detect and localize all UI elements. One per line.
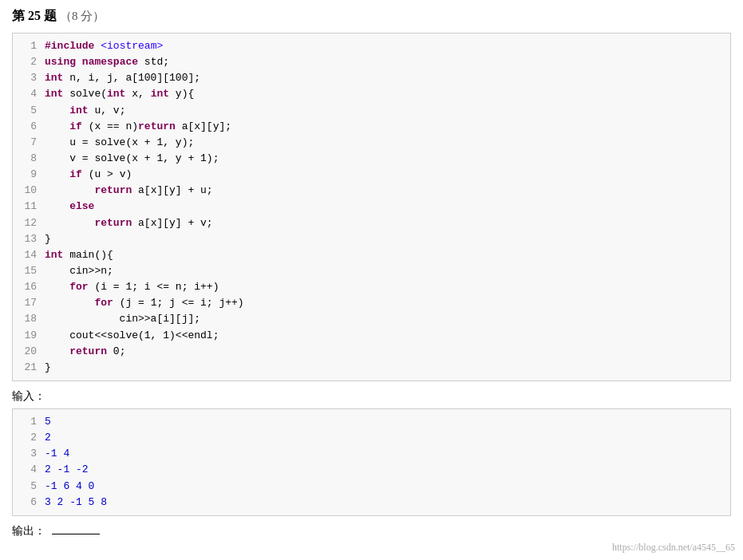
line-content: for (j = 1; j <= i; j++) [45,295,244,311]
input-line: 63 2 -1 5 8 [13,495,730,511]
code-line: 2using namespace std; [13,54,730,70]
output-blank [52,534,100,534]
code-line: 11 else [13,199,730,215]
line-number: 4 [19,86,37,102]
input-line-number: 6 [19,495,37,511]
watermark: https://blog.csdn.net/a4545__65 [612,542,735,554]
line-content: v = solve(x + 1, y + 1); [45,151,219,167]
line-number: 3 [19,70,37,86]
line-content: int n, i, j, a[100][100]; [45,70,200,86]
input-line-number: 1 [19,414,37,430]
line-content: else [45,199,94,215]
line-number: 2 [19,54,37,70]
line-content: cin>>n; [45,263,113,279]
line-content: return a[x][y] + u; [45,183,213,199]
line-number: 17 [19,295,37,311]
line-number: 15 [19,263,37,279]
line-content: using namespace std; [45,54,169,70]
line-content: int main(){ [45,247,113,263]
input-line-content: 3 2 -1 5 8 [45,495,107,511]
line-number: 10 [19,183,37,199]
input-line: 5-1 6 4 0 [13,479,730,495]
output-label: 输出： [12,524,731,538]
input-line: 42 -1 -2 [13,462,730,478]
input-line-content: 2 [45,430,51,446]
input-line: 15 [13,414,730,430]
output-label-text: 输出： [12,525,45,537]
line-number: 20 [19,344,37,360]
line-content: cout<<solve(1, 1)<<endl; [45,328,219,344]
code-line: 7 u = solve(x + 1, y); [13,135,730,151]
line-content: } [45,360,51,376]
input-line-number: 4 [19,462,37,478]
line-content: cin>>a[i][j]; [45,311,200,327]
line-number: 14 [19,247,37,263]
code-line: 14int main(){ [13,247,730,263]
line-number: 16 [19,279,37,295]
code-line: 4int solve(int x, int y){ [13,86,730,102]
line-content: u = solve(x + 1, y); [45,135,194,151]
line-number: 12 [19,215,37,231]
title-text: 第 25 题 [12,9,57,22]
input-line-content: 5 [45,414,51,430]
input-line: 22 [13,430,730,446]
line-number: 5 [19,103,37,119]
code-line: 15 cin>>n; [13,263,730,279]
input-line-content: -1 4 [45,446,69,462]
input-line: 3-1 4 [13,446,730,462]
code-line: 5 int u, v; [13,103,730,119]
input-block: 15223-1 442 -1 -25-1 6 4 063 2 -1 5 8 [12,408,731,516]
line-number: 7 [19,135,37,151]
input-label: 输入： [12,389,731,404]
code-line: 10 return a[x][y] + u; [13,183,730,199]
line-number: 18 [19,311,37,327]
code-line: 6 if (x == n)return a[x][y]; [13,119,730,135]
line-number: 19 [19,328,37,344]
code-line: 16 for (i = 1; i <= n; i++) [13,279,730,295]
page-title: 第 25 题 （8 分） [12,8,731,25]
code-line: 9 if (u > v) [13,167,730,183]
code-line: 18 cin>>a[i][j]; [13,311,730,327]
line-content: return 0; [45,344,125,360]
code-line: 21} [13,360,730,376]
code-line: 13} [13,231,730,247]
line-content: #include <iostream> [45,38,163,54]
input-line-number: 3 [19,446,37,462]
line-content: if (x == n)return a[x][y]; [45,119,231,135]
line-content: if (u > v) [45,167,132,183]
line-content: int u, v; [45,103,125,119]
line-number: 11 [19,199,37,215]
code-line: 19 cout<<solve(1, 1)<<endl; [13,328,730,344]
code-line: 1#include <iostream> [13,38,730,54]
code-line: 12 return a[x][y] + v; [13,215,730,231]
line-number: 1 [19,38,37,54]
line-number: 13 [19,231,37,247]
code-line: 3int n, i, j, a[100][100]; [13,70,730,86]
score-text: （8 分） [60,10,105,22]
code-block: 1#include <iostream>2using namespace std… [12,33,731,381]
line-number: 9 [19,167,37,183]
line-content: for (i = 1; i <= n; i++) [45,279,219,295]
line-number: 8 [19,151,37,167]
code-line: 17 for (j = 1; j <= i; j++) [13,295,730,311]
input-line-number: 2 [19,430,37,446]
input-line-content: 2 -1 -2 [45,462,89,478]
code-line: 20 return 0; [13,344,730,360]
input-line-content: -1 6 4 0 [45,479,94,495]
line-content: } [45,231,51,247]
input-line-number: 5 [19,479,37,495]
line-number: 21 [19,360,37,376]
line-content: return a[x][y] + v; [45,215,213,231]
line-number: 6 [19,119,37,135]
line-content: int solve(int x, int y){ [45,86,194,102]
code-line: 8 v = solve(x + 1, y + 1); [13,151,730,167]
